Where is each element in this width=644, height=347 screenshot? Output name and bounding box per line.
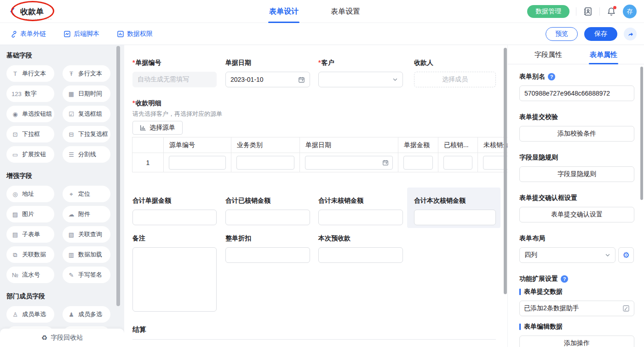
enhanced-fields-grid: ◎ 地址 ⌖ 定位 ▨ 图片 ☁ 附件 <box>6 186 124 283</box>
edit-icon[interactable] <box>622 305 630 312</box>
sidebar-scrollbar[interactable] <box>116 46 120 306</box>
notification-bell-icon[interactable] <box>606 6 616 17</box>
detail-table: 源单编号 业务类别 单据日期 单据金额 已核销... 未核销金额 1 <box>132 137 507 172</box>
add-validation-button[interactable]: 添加校验条件 <box>519 126 634 142</box>
field-pill[interactable]: ▨ 图片 <box>6 206 54 222</box>
help-icon[interactable]: ? <box>561 275 568 283</box>
field-recycle-bin[interactable]: ♻ 字段回收站 <box>0 329 124 347</box>
layout-settings-button[interactable]: ⚙ <box>618 247 634 263</box>
share-button[interactable] <box>624 28 637 40</box>
data-permission-link[interactable]: 数据权限 <box>117 23 153 45</box>
save-button[interactable]: 保存 <box>584 27 617 41</box>
customer-select[interactable] <box>318 72 403 87</box>
field-type-icon: T <box>12 71 19 77</box>
col-index <box>132 137 164 153</box>
field-pill[interactable]: ▦ 日期时间 <box>63 85 110 102</box>
col-written-off: 已核销... <box>438 137 478 153</box>
field-pill[interactable]: ♙ 成员单选 <box>6 306 54 323</box>
select-source-button[interactable]: 选择源单 <box>132 121 183 135</box>
field-type-icon: Ŧ <box>68 71 75 77</box>
section-marker <box>519 289 521 295</box>
total-bill-amount-input[interactable] <box>132 210 217 225</box>
field-total-current-write-off[interactable]: 合计本次核销金额 <box>414 197 496 225</box>
data-helper-box[interactable]: 已添加2条数据助手 <box>519 301 634 316</box>
field-pill[interactable]: ☰ 分割线 <box>63 146 110 163</box>
submit-confirm-button[interactable]: 表单提交确认设置 <box>519 207 634 222</box>
field-pill[interactable]: ◉ 单选按钮组 <box>6 106 54 122</box>
field-pill[interactable]: ◎ 地址 <box>6 186 54 202</box>
field-pill[interactable]: ▭ 扩展按钮 <box>6 146 54 163</box>
field-pill[interactable]: T 单行文本 <box>6 65 54 82</box>
total-current-write-off-input[interactable] <box>414 210 496 225</box>
field-advance-payment[interactable]: 本次预收款 <box>318 234 403 263</box>
tab-form-settings[interactable]: 表单设置 <box>330 0 361 23</box>
field-pill[interactable]: ▧ 关联查询 <box>63 226 110 243</box>
advance-payment-input[interactable] <box>318 247 403 263</box>
tab-field-properties[interactable]: 字段属性 <box>534 45 563 64</box>
field-pill[interactable]: ⌖ 定位 <box>63 186 110 202</box>
bill-amount-input[interactable] <box>403 156 433 170</box>
field-order-discount[interactable]: 整单折扣 <box>225 234 310 263</box>
panel-tabs: 字段属性 表单属性 <box>508 45 644 64</box>
field-pill[interactable]: ✎ 手写签名 <box>63 267 110 283</box>
page-title[interactable]: 收款单 <box>20 6 44 17</box>
field-pill[interactable]: ▥ 数据加载 <box>63 246 110 263</box>
field-total-written-off[interactable]: 合计已核销金额 <box>225 197 310 225</box>
canvas-scrollbar[interactable] <box>504 48 507 294</box>
back-icon[interactable] <box>8 7 17 16</box>
field-pill[interactable]: ♟ 成员多选 <box>63 306 110 323</box>
help-icon[interactable]: ? <box>548 73 555 80</box>
field-pill[interactable]: ☁ 附件 <box>63 206 110 222</box>
form-alias-label: 表单别名 ? <box>519 73 634 81</box>
form-alias-input[interactable]: 570988e727e9648c66888972 <box>519 85 634 101</box>
field-pill[interactable]: ⊟ 下拉复选框 <box>63 126 110 142</box>
field-pill[interactable]: ⊡ 下拉框 <box>6 126 54 142</box>
backend-script-link[interactable]: 后端脚本 <box>63 23 99 45</box>
field-total-bill-amount[interactable]: 合计单据金额 <box>132 197 217 225</box>
business-type-input[interactable] <box>236 156 294 170</box>
row-index: 1 <box>132 153 164 172</box>
field-payee[interactable]: 收款人 选择成员 <box>414 59 496 87</box>
toolbar-links: 表单外链 后端脚本 数据权限 <box>10 23 153 45</box>
field-pill[interactable]: ☑ 复选框组 <box>63 106 110 122</box>
edit-data-label: 表单编辑数据 <box>519 323 634 331</box>
detail-table-row: 1 <box>132 153 507 172</box>
calendar-icon <box>298 76 305 83</box>
written-off-input[interactable] <box>443 156 472 170</box>
field-pill[interactable]: Ŧ 多行文本 <box>63 65 110 82</box>
source-number-input[interactable] <box>169 156 226 170</box>
field-pill[interactable]: № 流水号 <box>6 267 54 283</box>
remark-textarea[interactable] <box>132 247 217 312</box>
add-action-button[interactable]: 添加操作 <box>519 336 634 347</box>
bill-date-input[interactable]: 2023-01-10 <box>225 72 310 87</box>
payee-member-picker[interactable]: 选择成员 <box>414 72 496 87</box>
avatar[interactable]: 存 <box>623 5 637 18</box>
field-bill-date[interactable]: 单据日期 2023-01-10 <box>225 59 310 87</box>
field-pill[interactable]: ⧉ 关联数据 <box>6 246 54 263</box>
address-book-icon[interactable] <box>583 6 593 17</box>
tab-form-properties[interactable]: 表单属性 <box>589 45 618 64</box>
field-pill[interactable]: ▤ 子表单 <box>6 226 54 243</box>
field-type-icon: ♙ <box>12 312 19 318</box>
total-not-written-off-input[interactable] <box>318 210 403 225</box>
submit-confirm-label: 表单提交确认框设置 <box>519 194 634 202</box>
form-external-link[interactable]: 表单外链 <box>10 23 46 45</box>
preview-button[interactable]: 预览 <box>546 27 578 41</box>
field-pill[interactable]: 123 数字 <box>6 85 54 102</box>
field-visibility-button[interactable]: 字段显隐规则 <box>519 166 634 182</box>
row-date-input[interactable] <box>305 156 393 170</box>
order-discount-input[interactable] <box>225 247 310 263</box>
field-bill-number[interactable]: *单据编号 自动生成无需填写 <box>132 59 217 87</box>
tab-form-design[interactable]: 表单设计 <box>268 0 299 23</box>
field-type-icon: ▦ <box>68 91 75 97</box>
field-type-icon: ▤ <box>12 232 19 238</box>
field-remark[interactable]: 备注 <box>132 234 217 312</box>
data-manage-button[interactable]: 数据管理 <box>527 5 569 18</box>
total-written-off-input[interactable] <box>225 210 310 225</box>
panel-scrollbar[interactable] <box>640 67 643 200</box>
bill-number-input[interactable]: 自动生成无需填写 <box>132 72 217 87</box>
submit-validation-label: 表单提交校验 <box>519 113 634 121</box>
layout-select[interactable]: 四列 <box>519 247 615 263</box>
field-customer[interactable]: *客户 <box>318 59 403 87</box>
field-total-not-written-off[interactable]: 合计未核销金额 <box>318 197 403 225</box>
